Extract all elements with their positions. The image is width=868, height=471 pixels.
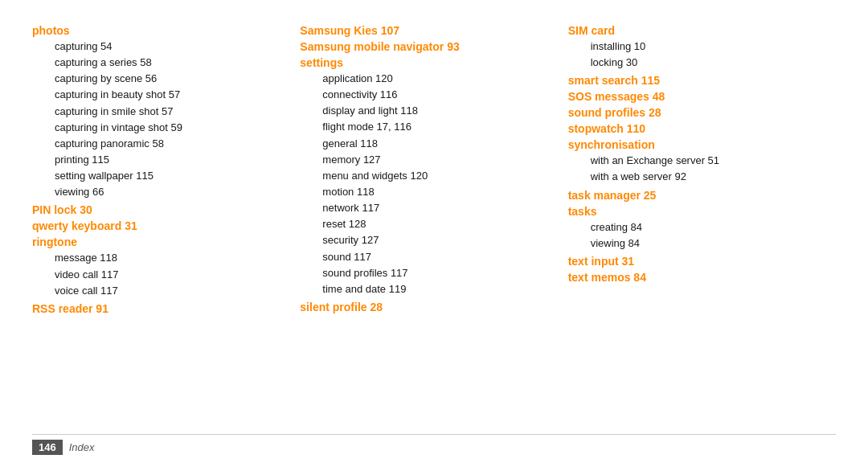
index-section: qwerty keyboard 31 — [32, 219, 284, 232]
section-heading: SOS messages 48 — [568, 90, 820, 103]
sub-entry: general 118 — [300, 136, 551, 152]
sub-entry: printing 115 — [32, 152, 284, 168]
index-section: SOS messages 48 — [568, 90, 820, 103]
sub-entry: network 117 — [300, 200, 551, 216]
section-heading: synchronisation — [568, 138, 820, 151]
sub-entry: capturing 54 — [32, 39, 284, 55]
sub-entry: setting wallpaper 115 — [32, 168, 284, 184]
section-heading: stopwatch 110 — [568, 122, 820, 135]
section-heading: smart search 115 — [568, 74, 820, 87]
sub-entry: viewing 84 — [568, 236, 820, 252]
index-section: settingsapplication 120connectivity 116d… — [300, 56, 551, 297]
index-section: photoscapturing 54capturing a series 58c… — [32, 24, 284, 200]
section-heading: task manager 25 — [568, 189, 820, 202]
sub-entry: flight mode 17, 116 — [300, 119, 551, 135]
index-section: silent profile 28 — [300, 301, 551, 313]
column-col1: photoscapturing 54capturing a series 58c… — [32, 24, 300, 426]
sub-entry: capturing a series 58 — [32, 55, 284, 71]
index-section: Samsung Kies 107 — [300, 24, 551, 37]
index-section: SIM cardinstalling 10locking 30 — [568, 24, 820, 71]
sub-entry: capturing in vintage shot 59 — [32, 120, 284, 136]
column-col3: SIM cardinstalling 10locking 30smart sea… — [568, 24, 836, 426]
sub-entry: voice call 117 — [32, 283, 284, 299]
column-col2: Samsung Kies 107Samsung mobile navigator… — [300, 24, 567, 426]
sub-entry: security 127 — [300, 232, 551, 248]
section-heading: text memos 84 — [568, 271, 820, 284]
section-heading: PIN lock 30 — [32, 203, 284, 216]
section-heading: SIM card — [568, 24, 820, 37]
sub-entry: creating 84 — [568, 219, 820, 236]
section-heading: RSS reader 91 — [32, 302, 284, 315]
sub-entry: capturing in beauty shot 57 — [32, 87, 284, 103]
section-heading: sound profiles 28 — [568, 106, 820, 119]
sub-entry: capturing panoramic 58 — [32, 136, 284, 152]
sub-entry: motion 118 — [300, 184, 551, 200]
section-heading: Samsung mobile navigator 93 — [300, 40, 551, 53]
sub-entry: menu and widgets 120 — [300, 168, 551, 184]
page: photoscapturing 54capturing a series 58c… — [0, 0, 868, 471]
sub-entry: viewing 66 — [32, 184, 284, 200]
index-section: smart search 115 — [568, 74, 820, 87]
sub-entry: with an Exchange server 51 — [568, 153, 820, 169]
section-heading: settings — [300, 56, 551, 69]
sub-entry: connectivity 116 — [300, 87, 551, 103]
section-heading: ringtone — [32, 236, 284, 248]
index-columns: photoscapturing 54capturing a series 58c… — [32, 24, 836, 426]
index-section: synchronisationwith an Exchange server 5… — [568, 138, 820, 185]
sub-entry: memory 127 — [300, 152, 551, 168]
sub-entry: locking 30 — [568, 55, 820, 71]
index-section: Samsung mobile navigator 93 — [300, 40, 551, 53]
footer-label: Index — [69, 441, 95, 453]
sub-entry: video call 117 — [32, 267, 284, 283]
sub-entry: reset 128 — [300, 216, 551, 232]
section-heading: qwerty keyboard 31 — [32, 219, 284, 232]
sub-entry: sound 117 — [300, 249, 551, 265]
section-heading: Samsung Kies 107 — [300, 24, 551, 37]
index-section: stopwatch 110 — [568, 122, 820, 135]
index-section: ringtonemessage 118video call 117voice c… — [32, 236, 284, 298]
section-heading: text input 31 — [568, 255, 820, 268]
sub-entry: installing 10 — [568, 39, 820, 55]
sub-entry: message 118 — [32, 250, 284, 266]
index-section: sound profiles 28 — [568, 106, 820, 119]
section-heading: photos — [32, 24, 284, 37]
footer: 146 Index — [32, 434, 836, 455]
index-section: text input 31 — [568, 255, 820, 268]
sub-entry: display and light 118 — [300, 103, 551, 119]
index-section: RSS reader 91 — [32, 302, 284, 315]
sub-entry: capturing by scene 56 — [32, 71, 284, 87]
index-section: PIN lock 30 — [32, 203, 284, 216]
index-section: task manager 25 — [568, 189, 820, 202]
section-heading: tasks — [568, 205, 820, 218]
index-section: taskscreating 84viewing 84 — [568, 205, 820, 252]
section-heading: silent profile 28 — [300, 301, 551, 313]
sub-entry: time and date 119 — [300, 281, 551, 297]
index-section: text memos 84 — [568, 271, 820, 284]
sub-entry: with a web server 92 — [568, 169, 820, 185]
page-number: 146 — [32, 440, 63, 455]
sub-entry: application 120 — [300, 71, 551, 87]
sub-entry: sound profiles 117 — [300, 265, 551, 281]
sub-entry: capturing in smile shot 57 — [32, 104, 284, 120]
